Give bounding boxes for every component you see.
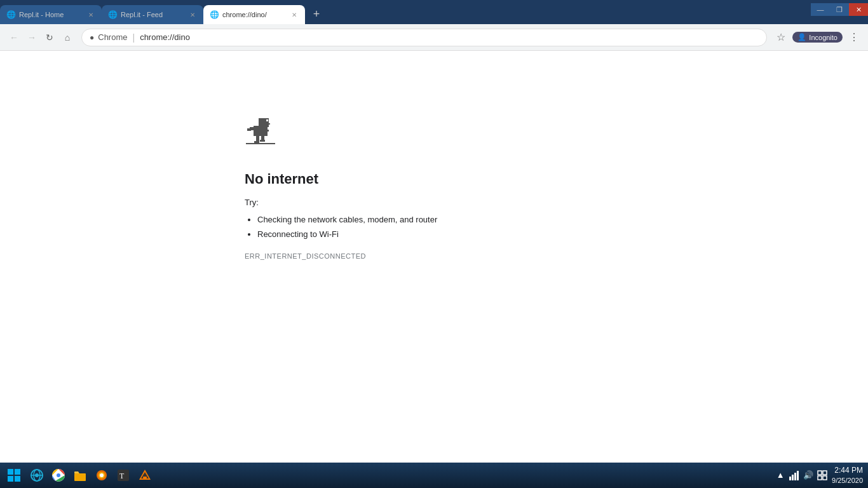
show-desktop-icon	[817, 470, 827, 480]
taskbar-right: ▲ 🔊 2:44 PM 9/25/20	[775, 466, 865, 485]
vlc-taskbar-icon	[138, 468, 152, 482]
chrome-taskbar-icon	[51, 468, 65, 482]
incognito-icon: 👤	[797, 33, 806, 41]
tab-title-1: Repl.it - Home	[19, 11, 83, 18]
error-suggestions: Checking the network cables, modem, and …	[245, 212, 437, 242]
bookmark-button[interactable]: ☆	[772, 29, 790, 46]
svg-point-23	[57, 473, 60, 477]
home-button[interactable]: ⌂	[58, 29, 76, 46]
svg-rect-34	[792, 475, 794, 480]
svg-rect-16	[15, 476, 20, 482]
svg-rect-12	[246, 143, 275, 144]
tray-show-desktop[interactable]	[817, 470, 828, 481]
clock-date: 9/25/2020	[832, 476, 863, 485]
error-code: ERR_INTERNET_DISCONNECTED	[245, 252, 366, 260]
svg-rect-33	[789, 477, 791, 480]
tray-network-icon[interactable]	[789, 470, 800, 481]
svg-rect-13	[8, 469, 13, 475]
firefox-taskbar-icon	[95, 468, 109, 482]
svg-rect-11	[260, 140, 265, 142]
address-bar: ← → ↻ ⌂ ● Chrome | chrome://dino ☆ 👤 Inc…	[0, 24, 868, 51]
clock[interactable]: 2:44 PM 9/25/2020	[832, 466, 863, 485]
back-button[interactable]: ←	[5, 29, 23, 46]
tab-favicon-2: 🌐	[108, 10, 117, 19]
svg-rect-37	[818, 471, 822, 475]
dino-icon	[245, 114, 276, 149]
svg-rect-2	[266, 119, 268, 121]
svg-rect-35	[794, 473, 796, 480]
firefox-icon[interactable]	[92, 465, 112, 485]
svg-rect-36	[797, 471, 799, 480]
svg-rect-3	[268, 123, 270, 125]
ie-icon[interactable]	[27, 465, 47, 485]
suggestion-2: Reconnecting to Wi-Fi	[257, 227, 437, 241]
url-scheme-label: Chrome	[98, 32, 127, 42]
svg-rect-38	[823, 471, 827, 475]
minimize-button[interactable]: —	[811, 3, 830, 16]
typora-taskbar-icon: T	[116, 468, 130, 482]
new-tab-button[interactable]: +	[308, 5, 325, 23]
svg-rect-15	[8, 476, 13, 482]
suggestion-1: Checking the network cables, modem, and …	[257, 212, 437, 227]
svg-point-27	[100, 473, 104, 477]
svg-rect-24	[74, 473, 86, 481]
svg-rect-10	[254, 141, 259, 143]
tray-volume-icon[interactable]: 🔊	[803, 470, 814, 481]
tab-chrome-dino[interactable]: 🌐 chrome://dino/ ✕	[203, 5, 305, 24]
tab-close-1[interactable]: ✕	[86, 10, 95, 19]
typora-icon[interactable]: T	[113, 465, 133, 485]
svg-rect-14	[15, 469, 20, 475]
svg-rect-39	[818, 476, 822, 480]
svg-rect-40	[823, 476, 827, 480]
url-text: chrome://dino	[140, 32, 190, 42]
page-content: No internet Try: Checking the network ca…	[0, 51, 868, 463]
windows-logo-icon	[6, 468, 22, 483]
tab-favicon-3: 🌐	[210, 10, 219, 19]
svg-rect-5	[247, 128, 251, 131]
start-button[interactable]	[3, 464, 25, 487]
svg-text:T: T	[119, 471, 125, 480]
incognito-label: Incognito	[809, 34, 837, 41]
url-separator: |	[133, 32, 135, 43]
internet-explorer-icon	[30, 468, 44, 482]
clock-time: 2:44 PM	[832, 466, 863, 476]
window-controls: — ❐ ✕	[811, 0, 868, 24]
tray-up-arrow[interactable]: ▲	[775, 470, 786, 481]
address-bar-right: ☆ 👤 Incognito ⋮	[772, 29, 863, 46]
tab-replit-home[interactable]: 🌐 Repl.it - Home ✕	[0, 5, 102, 24]
folder-icon	[73, 468, 87, 482]
secure-icon: ●	[90, 33, 94, 42]
vlc-icon[interactable]	[135, 465, 155, 485]
tab-replit-feed[interactable]: 🌐 Repl.it - Feed ✕	[102, 5, 203, 24]
forward-button[interactable]: →	[23, 29, 41, 46]
chrome-icon[interactable]	[48, 465, 69, 485]
tab-close-3[interactable]: ✕	[290, 10, 299, 19]
svg-point-20	[35, 473, 39, 477]
system-tray: ▲ 🔊	[775, 470, 828, 481]
url-bar[interactable]: ● Chrome | chrome://dino	[81, 29, 767, 46]
svg-rect-7	[266, 130, 269, 132]
error-title: No internet	[245, 171, 318, 187]
tab-bar-left: 🌐 Repl.it - Home ✕ 🌐 Repl.it - Feed ✕ 🌐 …	[0, 0, 811, 24]
reload-button[interactable]: ↻	[41, 29, 58, 46]
svg-rect-32	[143, 477, 147, 478]
tab-bar: 🌐 Repl.it - Home ✕ 🌐 Repl.it - Feed ✕ 🌐 …	[0, 0, 868, 24]
tab-title-3: chrome://dino/	[222, 11, 286, 18]
taskbar: T ▲ 🔊	[0, 463, 868, 488]
maximize-button[interactable]: ❐	[830, 3, 849, 16]
chrome-menu-button[interactable]: ⋮	[845, 29, 863, 46]
tab-close-2[interactable]: ✕	[188, 10, 197, 19]
close-button[interactable]: ✕	[849, 3, 868, 16]
file-explorer-icon[interactable]	[70, 465, 90, 485]
network-signal-icon	[789, 470, 799, 480]
tab-title-2: Repl.it - Feed	[121, 11, 184, 18]
dino-container	[245, 114, 276, 152]
tab-favicon-1: 🌐	[6, 10, 15, 19]
incognito-badge[interactable]: 👤 Incognito	[792, 32, 843, 43]
error-try-label: Try:	[245, 198, 259, 207]
